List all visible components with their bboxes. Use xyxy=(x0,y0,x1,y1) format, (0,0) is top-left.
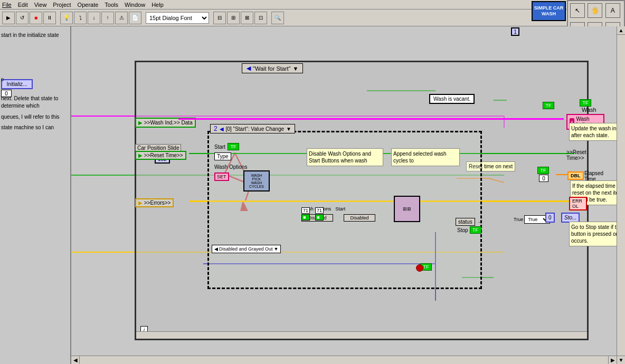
doc-button[interactable]: 📄 xyxy=(129,12,141,24)
stop-area: Stop TF xyxy=(457,226,481,234)
menu-window[interactable]: Window xyxy=(125,2,145,8)
status-area: status → xyxy=(456,218,482,226)
pink-wire-main xyxy=(178,118,564,120)
step-out-button[interactable]: ↑ xyxy=(101,12,114,24)
type-box: Type xyxy=(214,152,231,160)
step-over-button[interactable]: ⤵ xyxy=(74,12,87,24)
wash-options-label: Wash Options xyxy=(214,164,247,170)
search-button[interactable]: 🔍 xyxy=(271,12,284,24)
scroll-right-btn[interactable]: ▶ xyxy=(608,356,617,364)
build-array-node: ⊞⊞ xyxy=(394,196,420,222)
rt-cursor[interactable]: ↖ xyxy=(570,3,585,18)
tf-box-reset: TF xyxy=(537,167,549,174)
left-text-2: next. Delete that state to determine whi… xyxy=(1,95,70,110)
append-selected-comment: Append selected wash cycles to xyxy=(391,148,460,166)
h-scrollbar[interactable]: ◀ ▶ xyxy=(71,356,617,364)
highlight-button[interactable]: 💡 xyxy=(60,12,73,24)
h-scrollbar-inner[interactable] xyxy=(136,331,587,339)
status-box: status xyxy=(456,218,475,226)
menu-edit[interactable]: Edit xyxy=(18,2,28,8)
resize-button[interactable]: ⊠ xyxy=(241,12,253,24)
dbl-node: DBL xyxy=(567,171,584,180)
disable-wash-comment: Disable Wash Options and Start Buttons w… xyxy=(307,148,383,166)
distribute-button[interactable]: ⊞ xyxy=(227,12,240,24)
value-zero-left: 0 xyxy=(1,90,12,97)
run-button[interactable]: ▶ xyxy=(2,12,15,24)
errors-left: ▶ >>Errors>> xyxy=(135,198,174,207)
wash-cycles-node: WASH PICK WASH CYCLES xyxy=(243,170,270,191)
wash-options-values: 71 ■ 71 ■ xyxy=(301,207,324,221)
warn-button[interactable]: ⚠ xyxy=(115,12,128,24)
reset-time-right: >>Reset Time>> xyxy=(566,149,587,161)
stop-state-value: 0 xyxy=(545,213,555,223)
wash-label: SIMPLE CAR WASH xyxy=(532,1,566,21)
left-side-label: 0 xyxy=(1,77,4,82)
disabled-grayed-dropdown[interactable]: ◀ Disabled and Grayed Out ▼ xyxy=(212,245,281,253)
wash-is-vacant-box: Wash is vacant. xyxy=(429,94,475,104)
state-machine-container: ◀ "Wait for Start" ▼ Wash is vacant. TF … xyxy=(135,61,589,340)
left-text-1: start in the initialize state xyxy=(1,32,59,39)
main-area: start in the initialize state Initializ.… xyxy=(0,26,625,364)
rt-hand[interactable]: 🖐 xyxy=(588,3,602,18)
red-circle xyxy=(416,264,423,272)
left-panel: start in the initialize state Initializ.… xyxy=(0,26,71,364)
run-continuous-button[interactable]: ↺ xyxy=(16,12,29,24)
error-cluster-right: ERR OL xyxy=(569,197,587,210)
start-tf-area: Start TF xyxy=(214,143,239,150)
scroll-down-btn[interactable]: ▼ xyxy=(617,356,625,364)
menu-tools[interactable]: Tools xyxy=(105,2,118,8)
menu-project[interactable]: Project xyxy=(53,2,71,8)
font-select[interactable]: 15pt Dialog Font xyxy=(146,12,209,24)
scroll-left-btn[interactable]: ◀ xyxy=(71,356,80,364)
initializ-box: Initializ... xyxy=(1,79,33,89)
scroll-up-btn[interactable]: ▲ xyxy=(617,26,625,35)
left-text-4: state machine so I can xyxy=(1,124,54,131)
step-into-button[interactable]: ↓ xyxy=(88,12,100,24)
true-false-area: True True False xyxy=(514,215,550,224)
v-scrollbar[interactable]: ▲ ▼ xyxy=(617,26,625,364)
rt-text[interactable]: A xyxy=(605,3,620,18)
reset-time-left: ▶ >>Reset Time>> xyxy=(135,151,186,160)
arrow-right: → xyxy=(477,219,482,225)
zero-value-box: 0 xyxy=(539,175,548,182)
left-text-3: queues, I will refer to this xyxy=(1,113,60,121)
case-structure: 2 ◀ [0] "Start": Value Change ▼ Start TF… xyxy=(207,131,482,289)
diagram-canvas[interactable]: ◀ "Wait for Start" ▼ Wash is vacant. TF … xyxy=(71,26,625,364)
menu-view[interactable]: View xyxy=(34,2,47,8)
case-header: 2 ◀ [0] "Start": Value Change ▼ xyxy=(210,124,295,133)
pick-node: SET xyxy=(214,173,229,181)
node-indicator-1: 1 xyxy=(511,27,519,36)
menu-help[interactable]: Help xyxy=(151,2,164,8)
abort-button[interactable]: ■ xyxy=(30,12,42,24)
align-button[interactable]: ⊟ xyxy=(213,12,226,24)
pause-button[interactable]: ⏸ xyxy=(43,12,56,24)
wait-for-start-bar: ◀ "Wait for Start" ▼ xyxy=(242,63,303,73)
tf-box-wash: TF xyxy=(543,102,554,109)
reorder-button[interactable]: ⊡ xyxy=(254,12,267,24)
menu-file[interactable]: File xyxy=(2,2,12,8)
menu-operate[interactable]: Operate xyxy=(78,2,99,8)
